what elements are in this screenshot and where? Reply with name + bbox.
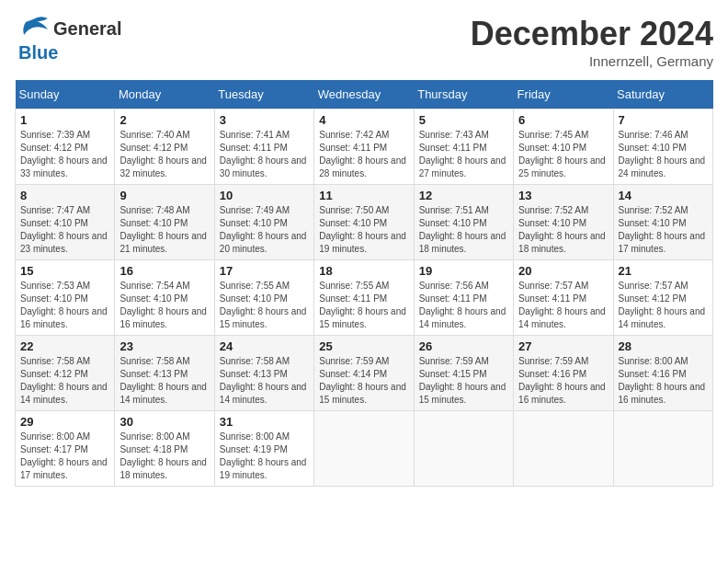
calendar-cell: 5 Sunrise: 7:43 AM Sunset: 4:11 PM Dayli… <box>414 109 513 185</box>
day-detail: Sunrise: 7:55 AM Sunset: 4:10 PM Dayligh… <box>220 280 309 331</box>
day-detail: Sunrise: 7:51 AM Sunset: 4:10 PM Dayligh… <box>419 204 508 256</box>
calendar-cell: 20 Sunrise: 7:57 AM Sunset: 4:11 PM Dayl… <box>514 260 613 336</box>
day-number: 30 <box>119 415 209 429</box>
calendar-cell: 13 Sunrise: 7:52 AM Sunset: 4:10 PM Dayl… <box>514 185 613 260</box>
calendar-cell: 24 Sunrise: 7:58 AM Sunset: 4:13 PM Dayl… <box>214 336 313 411</box>
day-number: 7 <box>619 113 708 127</box>
calendar-cell: 12 Sunrise: 7:51 AM Sunset: 4:10 PM Dayl… <box>414 185 513 260</box>
calendar-cell: 15 Sunrise: 7:53 AM Sunset: 4:10 PM Dayl… <box>16 260 115 336</box>
day-detail: Sunrise: 7:43 AM Sunset: 4:11 PM Dayligh… <box>419 129 508 180</box>
calendar-cell: 14 Sunrise: 7:52 AM Sunset: 4:10 PM Dayl… <box>613 185 712 260</box>
day-number: 12 <box>419 189 508 202</box>
day-number: 10 <box>220 189 309 202</box>
day-detail: Sunrise: 8:00 AM Sunset: 4:18 PM Dayligh… <box>119 431 209 482</box>
calendar-header-saturday: Saturday <box>613 80 712 109</box>
calendar-cell: 23 Sunrise: 7:58 AM Sunset: 4:13 PM Dayl… <box>115 336 214 411</box>
day-number: 29 <box>20 415 109 429</box>
day-number: 9 <box>119 189 209 202</box>
calendar-header-sunday: Sunday <box>16 80 115 109</box>
day-number: 17 <box>220 264 309 278</box>
day-detail: Sunrise: 7:54 AM Sunset: 4:10 PM Dayligh… <box>119 280 209 331</box>
calendar-cell: 27 Sunrise: 7:59 AM Sunset: 4:16 PM Dayl… <box>514 336 613 411</box>
day-detail: Sunrise: 8:00 AM Sunset: 4:19 PM Dayligh… <box>220 431 309 482</box>
logo-general: General <box>53 18 121 40</box>
day-detail: Sunrise: 7:47 AM Sunset: 4:10 PM Dayligh… <box>20 204 109 256</box>
day-detail: Sunrise: 7:41 AM Sunset: 4:11 PM Dayligh… <box>220 129 309 180</box>
calendar-table: SundayMondayTuesdayWednesdayThursdayFrid… <box>15 80 713 487</box>
month-title: December 2024 <box>471 15 713 53</box>
calendar-cell: 8 Sunrise: 7:47 AM Sunset: 4:10 PM Dayli… <box>16 185 115 260</box>
calendar-cell: 2 Sunrise: 7:40 AM Sunset: 4:12 PM Dayli… <box>115 109 214 185</box>
day-detail: Sunrise: 7:40 AM Sunset: 4:12 PM Dayligh… <box>119 129 209 180</box>
day-number: 31 <box>220 415 309 429</box>
calendar-cell: 26 Sunrise: 7:59 AM Sunset: 4:15 PM Dayl… <box>414 336 513 411</box>
day-number: 5 <box>419 113 508 127</box>
day-detail: Sunrise: 7:53 AM Sunset: 4:10 PM Dayligh… <box>20 280 109 331</box>
day-detail: Sunrise: 8:00 AM Sunset: 4:16 PM Dayligh… <box>619 355 708 407</box>
logo-bird-icon <box>15 15 50 42</box>
day-detail: Sunrise: 7:55 AM Sunset: 4:11 PM Dayligh… <box>319 280 408 331</box>
day-detail: Sunrise: 7:59 AM Sunset: 4:15 PM Dayligh… <box>419 355 508 407</box>
day-detail: Sunrise: 7:39 AM Sunset: 4:12 PM Dayligh… <box>20 129 109 180</box>
calendar-cell <box>414 411 513 487</box>
calendar-cell <box>613 411 712 487</box>
calendar-cell: 31 Sunrise: 8:00 AM Sunset: 4:19 PM Dayl… <box>214 411 313 487</box>
calendar-cell: 19 Sunrise: 7:56 AM Sunset: 4:11 PM Dayl… <box>414 260 513 336</box>
calendar-cell: 3 Sunrise: 7:41 AM Sunset: 4:11 PM Dayli… <box>214 109 313 185</box>
calendar-header-friday: Friday <box>514 80 613 109</box>
day-detail: Sunrise: 7:59 AM Sunset: 4:14 PM Dayligh… <box>319 355 408 407</box>
calendar-header-tuesday: Tuesday <box>214 80 313 109</box>
location: Innernzell, Germany <box>471 53 713 69</box>
day-number: 25 <box>319 339 408 353</box>
page-header: General Blue December 2024 Innernzell, G… <box>15 15 713 69</box>
day-number: 27 <box>518 339 608 353</box>
day-detail: Sunrise: 7:58 AM Sunset: 4:12 PM Dayligh… <box>20 355 109 407</box>
calendar-cell: 21 Sunrise: 7:57 AM Sunset: 4:12 PM Dayl… <box>613 260 712 336</box>
calendar-header-row: SundayMondayTuesdayWednesdayThursdayFrid… <box>16 80 713 109</box>
day-number: 1 <box>20 113 109 127</box>
day-number: 26 <box>419 339 508 353</box>
calendar-week-1: 1 Sunrise: 7:39 AM Sunset: 4:12 PM Dayli… <box>16 109 713 185</box>
calendar-cell: 18 Sunrise: 7:55 AM Sunset: 4:11 PM Dayl… <box>314 260 414 336</box>
calendar-cell: 25 Sunrise: 7:59 AM Sunset: 4:14 PM Dayl… <box>314 336 414 411</box>
day-number: 11 <box>319 189 408 202</box>
calendar-header-thursday: Thursday <box>414 80 513 109</box>
day-detail: Sunrise: 7:58 AM Sunset: 4:13 PM Dayligh… <box>119 355 209 407</box>
calendar-week-2: 8 Sunrise: 7:47 AM Sunset: 4:10 PM Dayli… <box>16 185 713 260</box>
day-detail: Sunrise: 7:59 AM Sunset: 4:16 PM Dayligh… <box>518 355 608 407</box>
calendar-cell: 22 Sunrise: 7:58 AM Sunset: 4:12 PM Dayl… <box>16 336 115 411</box>
calendar-week-4: 22 Sunrise: 7:58 AM Sunset: 4:12 PM Dayl… <box>16 336 713 411</box>
logo-blue: Blue <box>18 42 58 63</box>
logo: General Blue <box>15 15 121 63</box>
day-number: 6 <box>518 113 608 127</box>
day-detail: Sunrise: 7:57 AM Sunset: 4:12 PM Dayligh… <box>619 280 708 331</box>
calendar-header-wednesday: Wednesday <box>314 80 414 109</box>
day-number: 22 <box>20 339 109 353</box>
day-number: 8 <box>20 189 109 202</box>
day-number: 15 <box>20 264 109 278</box>
day-number: 21 <box>619 264 708 278</box>
calendar-cell: 10 Sunrise: 7:49 AM Sunset: 4:10 PM Dayl… <box>214 185 313 260</box>
day-number: 13 <box>518 189 608 202</box>
calendar-cell: 4 Sunrise: 7:42 AM Sunset: 4:11 PM Dayli… <box>314 109 414 185</box>
day-detail: Sunrise: 7:52 AM Sunset: 4:10 PM Dayligh… <box>619 204 708 256</box>
calendar-week-3: 15 Sunrise: 7:53 AM Sunset: 4:10 PM Dayl… <box>16 260 713 336</box>
calendar-cell: 28 Sunrise: 8:00 AM Sunset: 4:16 PM Dayl… <box>613 336 712 411</box>
day-detail: Sunrise: 7:46 AM Sunset: 4:10 PM Dayligh… <box>619 129 708 180</box>
day-detail: Sunrise: 7:56 AM Sunset: 4:11 PM Dayligh… <box>419 280 508 331</box>
calendar-cell: 6 Sunrise: 7:45 AM Sunset: 4:10 PM Dayli… <box>514 109 613 185</box>
day-number: 20 <box>518 264 608 278</box>
day-detail: Sunrise: 7:49 AM Sunset: 4:10 PM Dayligh… <box>220 204 309 256</box>
day-number: 4 <box>319 113 408 127</box>
day-detail: Sunrise: 8:00 AM Sunset: 4:17 PM Dayligh… <box>20 431 109 482</box>
calendar-cell: 11 Sunrise: 7:50 AM Sunset: 4:10 PM Dayl… <box>314 185 414 260</box>
calendar-cell: 30 Sunrise: 8:00 AM Sunset: 4:18 PM Dayl… <box>115 411 214 487</box>
calendar-week-5: 29 Sunrise: 8:00 AM Sunset: 4:17 PM Dayl… <box>16 411 713 487</box>
day-number: 14 <box>619 189 708 202</box>
calendar-cell <box>514 411 613 487</box>
day-detail: Sunrise: 7:42 AM Sunset: 4:11 PM Dayligh… <box>319 129 408 180</box>
title-section: December 2024 Innernzell, Germany <box>471 15 713 69</box>
day-number: 19 <box>419 264 508 278</box>
day-number: 2 <box>119 113 209 127</box>
calendar-cell: 16 Sunrise: 7:54 AM Sunset: 4:10 PM Dayl… <box>115 260 214 336</box>
